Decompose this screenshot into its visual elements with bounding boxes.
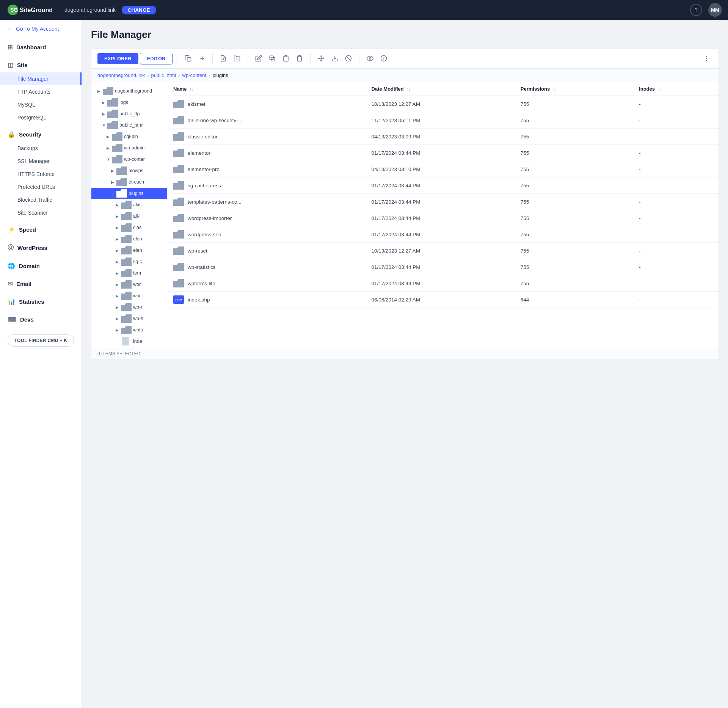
table-row[interactable]: sg-cachepress 01/17/2024 03:44 PM 755 - [167, 177, 719, 194]
table-row[interactable]: elementor 01/17/2024 03:44 PM 755 - [167, 145, 719, 161]
table-row[interactable]: akismet 10/13/2023 12:27 AM 755 - [167, 96, 719, 112]
breadcrumb-domain[interactable]: dogeontheground.link [97, 72, 145, 78]
move-button[interactable] [196, 52, 208, 64]
tree-item-elen2[interactable]: ▶ elen [91, 245, 167, 256]
help-button[interactable]: ? [690, 4, 702, 16]
section-site: ◫ Site File Manager FTP Accounts MySQL P… [0, 56, 82, 126]
toolbar-sep-1 [177, 53, 177, 64]
col-name[interactable]: Name ↑↓ [167, 82, 366, 96]
sidebar-header-speed[interactable]: ⚡ Speed [0, 222, 82, 237]
breadcrumb-wp-content[interactable]: wp-content [182, 72, 207, 78]
file-inodes: - [633, 112, 719, 129]
breadcrumb-public-html[interactable]: public_html [151, 72, 176, 78]
file-inodes: - [633, 96, 719, 112]
duplicate-button[interactable] [266, 52, 278, 64]
delete-button[interactable] [293, 52, 306, 64]
sidebar-header-domain[interactable]: 🌐 Domain [0, 259, 82, 273]
tree-item-wp-s[interactable]: ▶ wp-s [91, 313, 167, 324]
tree-item-et-cach[interactable]: ▶ et-cach [91, 176, 167, 188]
copy-button[interactable] [182, 52, 194, 64]
tree-item-themes[interactable]: ▶ themes [91, 347, 167, 348]
file-permissions: 755 [515, 96, 633, 112]
info-button[interactable] [378, 52, 390, 64]
sidebar-item-mysql[interactable]: MySQL [0, 98, 82, 111]
paste-button[interactable] [280, 52, 292, 64]
tool-finder-button[interactable]: TOOL FINDER CMD + K [8, 334, 74, 347]
tree-label: clas [133, 225, 141, 230]
tree-item-wor1[interactable]: ▶ wor [91, 279, 167, 290]
sidebar-header-security[interactable]: 🔒 Security [0, 127, 82, 142]
tree-item-elen1[interactable]: ▶ elen [91, 233, 167, 245]
delete2-button[interactable] [342, 52, 355, 64]
sidebar-header-site[interactable]: ◫ Site [0, 58, 82, 72]
tree-item-sg-c[interactable]: ▶ sg-c [91, 256, 167, 267]
col-permissions[interactable]: Permissions ↑↓ [515, 82, 633, 96]
tree-item-wp-content[interactable]: ▼ wp-conter [91, 154, 167, 165]
table-row[interactable]: wpforms-lite 01/17/2024 03:44 PM 755 - [167, 275, 719, 292]
tab-editor[interactable]: EDITOR [140, 53, 173, 64]
file-name: wpforms-lite [188, 281, 215, 286]
download-button[interactable] [329, 52, 341, 64]
logo[interactable]: SG SiteGround [6, 4, 55, 16]
table-row[interactable]: wp-reset 10/13/2023 12:27 AM 755 - [167, 243, 719, 259]
tree-item-public-ftp[interactable]: ▶ public_ftp [91, 108, 167, 119]
tree-item-public-html[interactable]: ▼ public_html [91, 119, 167, 131]
sidebar-item-file-manager[interactable]: File Manager [0, 72, 82, 85]
tree-item-wp-r[interactable]: ▶ wp-r [91, 301, 167, 313]
chevron-icon: ▶ [116, 294, 119, 298]
tree-item-cgi-bin[interactable]: ▶ cgi-bin [91, 131, 167, 142]
table-row[interactable]: elementor-pro 04/13/2023 03:10 PM 755 - [167, 161, 719, 177]
table-row[interactable]: classic-editor 04/13/2023 03:09 PM 755 - [167, 129, 719, 145]
toolbar-sep-4 [310, 53, 311, 64]
new-file-button[interactable] [217, 52, 229, 64]
chevron-icon: ▶ [116, 214, 119, 218]
avatar[interactable]: MM [708, 3, 722, 17]
chevron-icon: ▶ [116, 271, 119, 275]
tree-item-aiowps[interactable]: ▶ aiowps [91, 165, 167, 176]
sidebar-header-dashboard[interactable]: ⊞ Dashboard [0, 40, 82, 55]
tree-item-clas[interactable]: ▶ clas [91, 222, 167, 233]
go-to-my-account[interactable]: ← Go To My Account [0, 20, 82, 38]
tree-item-logs[interactable]: ▶ logs [91, 97, 167, 108]
tree-item-wor2[interactable]: ▶ wor [91, 290, 167, 301]
tree-item-wpfo[interactable]: ▶ wpfo [91, 324, 167, 336]
tab-explorer[interactable]: EXPLORER [97, 53, 138, 64]
sidebar-item-blocked-traffic[interactable]: Blocked Traffic [0, 193, 82, 206]
sidebar-header-wordpress[interactable]: ⓪ WordPress [0, 240, 82, 256]
sidebar-item-backups[interactable]: Backups [0, 142, 82, 155]
sidebar-item-https-enforce[interactable]: HTTPS Enforce [0, 168, 82, 181]
move2-button[interactable] [315, 52, 327, 64]
tree-item-plugins[interactable]: ▼ plugins [91, 188, 167, 199]
table-row[interactable]: PHP index.php 06/06/2014 02:29 AM 644 - [167, 292, 719, 308]
siteground-logo-svg: SG SiteGround [6, 4, 55, 16]
tree-item-index-plugins[interactable]: ▶ inde [91, 336, 167, 347]
sidebar-item-ftp-accounts[interactable]: FTP Accounts [0, 85, 82, 98]
view-button[interactable] [364, 52, 376, 64]
new-folder-button[interactable] [231, 52, 243, 64]
sidebar-item-site-scanner[interactable]: Site Scanner [0, 206, 82, 219]
more-options-button[interactable] [700, 52, 712, 64]
file-name-cell: wpforms-lite [167, 275, 366, 292]
sidebar-item-ssl-manager[interactable]: SSL Manager [0, 155, 82, 168]
sidebar-header-devs[interactable]: ⌨ Devs [0, 312, 82, 327]
change-button[interactable]: CHANGE [122, 6, 156, 14]
chevron-icon: ▶ [107, 135, 110, 139]
tree-item-akis[interactable]: ▶ akis [91, 199, 167, 210]
col-date-modified[interactable]: Date Modified ↑↓ [366, 82, 515, 96]
tree-item-wp-admin[interactable]: ▶ wp-admin [91, 142, 167, 154]
sidebar-item-protected-urls[interactable]: Protected URLs [0, 181, 82, 193]
table-row[interactable]: wordpress-seo 01/17/2024 03:44 PM 755 - [167, 226, 719, 243]
rename-button[interactable] [253, 52, 265, 64]
sidebar-header-email[interactable]: ✉ Email [0, 276, 82, 291]
sidebar-item-postgresql[interactable]: PostgreSQL [0, 111, 82, 124]
tree-item-tem[interactable]: ▶ tem [91, 267, 167, 279]
tree-item-dogeontheground[interactable]: ▶ dogeontheground [91, 85, 167, 97]
col-inodes[interactable]: Inodes ↑↓ [633, 82, 719, 96]
sidebar-header-statistics[interactable]: 📊 Statistics [0, 294, 82, 309]
table-row[interactable]: templates-patterns-co... 01/17/2024 03:4… [167, 194, 719, 210]
tree-item-all-i[interactable]: ▶ all-i [91, 210, 167, 222]
table-row[interactable]: wp-statistics 01/17/2024 03:44 PM 755 - [167, 259, 719, 275]
table-row[interactable]: all-in-one-wp-security-... 11/12/2023 06… [167, 112, 719, 129]
table-row[interactable]: wordpress-importer 01/17/2024 03:44 PM 7… [167, 210, 719, 226]
chevron-icon: ▶ [111, 169, 115, 173]
